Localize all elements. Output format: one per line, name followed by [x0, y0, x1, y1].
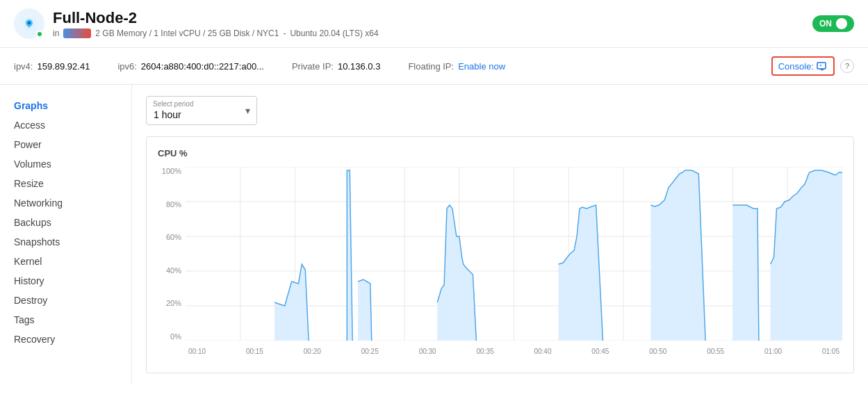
svg-marker-27: [733, 205, 759, 341]
sidebar-item-kernel[interactable]: Kernel: [14, 252, 117, 271]
period-select[interactable]: 1 hour 6 hours 24 hours 7 days 30 days: [146, 96, 257, 125]
private-ip-value: 10.136.0.3: [338, 61, 380, 72]
svg-marker-25: [558, 205, 603, 341]
sidebar-item-access[interactable]: Access: [14, 115, 117, 135]
node-title: Full-Node-2: [53, 9, 379, 27]
private-ip-label: Private IP:: [292, 61, 334, 72]
sidebar-item-volumes[interactable]: Volumes: [14, 154, 117, 174]
chart-plot: [186, 167, 842, 341]
chart-title: CPU %: [158, 148, 842, 159]
help-button[interactable]: ?: [840, 59, 854, 73]
svg-marker-28: [771, 170, 842, 341]
x-label-0010: 00:10: [188, 348, 206, 355]
y-label-100: 100%: [162, 167, 181, 175]
status-dot: [36, 31, 43, 38]
power-toggle[interactable]: ON: [812, 15, 854, 32]
period-select-wrapper: Select period 1 hour 6 hours 24 hours 7 …: [146, 96, 257, 125]
node-specs: 2 GB Memory / 1 Intel vCPU / 25 GB Disk …: [95, 29, 279, 38]
sidebar: Graphs Access Power Volumes Resize Netwo…: [0, 85, 132, 384]
node-icon: [14, 8, 44, 39]
sidebar-item-destroy[interactable]: Destroy: [14, 291, 117, 310]
x-label-0050: 00:50: [649, 348, 666, 355]
floating-ip-label: Floating IP:: [408, 61, 454, 72]
svg-marker-23: [358, 279, 372, 341]
x-label-0040: 00:40: [534, 348, 551, 355]
y-axis: 100% 80% 60% 40% 20% 0%: [158, 167, 186, 341]
y-label-20: 20%: [166, 299, 181, 307]
x-label-0105: 01:05: [822, 348, 840, 355]
toggle-label: ON: [819, 19, 832, 29]
toggle-circle: [836, 18, 847, 29]
floating-ip-item: Floating IP: Enable now: [408, 61, 505, 72]
separator: -: [283, 29, 286, 38]
node-title-block: Full-Node-2 in 2 GB Memory / 1 Intel vCP…: [53, 9, 379, 38]
node-info: Full-Node-2 in 2 GB Memory / 1 Intel vCP…: [14, 8, 379, 39]
x-label-0045: 00:45: [591, 348, 609, 355]
y-label-0: 0%: [170, 332, 181, 341]
floating-ip-link[interactable]: Enable now: [458, 61, 505, 72]
x-label-0030: 00:30: [419, 348, 436, 355]
info-bar: ipv4: 159.89.92.41 ipv6: 2604:a880:400:d…: [0, 48, 868, 85]
cpu-chart-container: CPU % 100% 80% 60% 40% 20% 0%: [146, 136, 854, 373]
top-bar: Full-Node-2 in 2 GB Memory / 1 Intel vCP…: [0, 0, 868, 48]
sidebar-item-power[interactable]: Power: [14, 135, 117, 154]
console-button[interactable]: Console:: [771, 56, 835, 76]
console-icon: [817, 60, 828, 72]
content-area: Select period 1 hour 6 hours 24 hours 7 …: [132, 85, 868, 384]
x-label-0035: 00:35: [477, 348, 494, 355]
ipv6-item: ipv6: 2604:a880:400:d0::2217:a00...: [117, 61, 264, 72]
svg-marker-21: [275, 264, 309, 341]
console-label: Console:: [778, 61, 814, 72]
ipv4-label: ipv4:: [14, 61, 33, 72]
subtitle-in: in: [53, 29, 59, 38]
private-ip-item: Private IP: 10.136.0.3: [292, 61, 380, 72]
ipv6-value: 2604:a880:400:d0::2217:a00...: [141, 61, 264, 72]
y-label-40: 40%: [166, 266, 181, 275]
x-label-0025: 00:25: [361, 348, 379, 355]
svg-marker-26: [650, 170, 705, 341]
sidebar-item-history[interactable]: History: [14, 271, 117, 291]
x-label-0015: 00:15: [246, 348, 263, 355]
sidebar-item-snapshots[interactable]: Snapshots: [14, 232, 117, 252]
x-label-0020: 00:20: [304, 348, 321, 355]
node-os: Ubuntu 20.04 (LTS) x64: [290, 29, 378, 38]
team-badge: [63, 29, 91, 38]
ipv4-value: 159.89.92.41: [37, 61, 90, 72]
x-axis: 00:10 00:15 00:20 00:25 00:30 00:35 00:4…: [186, 341, 842, 362]
chart-area: 100% 80% 60% 40% 20% 0%: [158, 167, 842, 362]
sidebar-item-recovery[interactable]: Recovery: [14, 330, 117, 349]
sidebar-item-graphs[interactable]: Graphs: [14, 96, 117, 115]
x-label-0100: 01:00: [764, 348, 782, 355]
main-layout: Graphs Access Power Volumes Resize Netwo…: [0, 85, 868, 384]
sidebar-item-backups[interactable]: Backups: [14, 213, 117, 232]
ipv4-item: ipv4: 159.89.92.41: [14, 61, 90, 72]
x-label-0055: 00:55: [707, 348, 724, 355]
sidebar-item-networking[interactable]: Networking: [14, 193, 117, 213]
y-label-60: 60%: [166, 233, 181, 241]
help-label: ?: [845, 62, 849, 70]
sidebar-item-resize[interactable]: Resize: [14, 174, 117, 193]
chart-svg: [186, 167, 842, 341]
sidebar-item-tags[interactable]: Tags: [14, 310, 117, 330]
node-subtitle: in 2 GB Memory / 1 Intel vCPU / 25 GB Di…: [53, 29, 379, 38]
ipv6-label: ipv6:: [117, 61, 136, 72]
y-label-80: 80%: [166, 200, 181, 209]
